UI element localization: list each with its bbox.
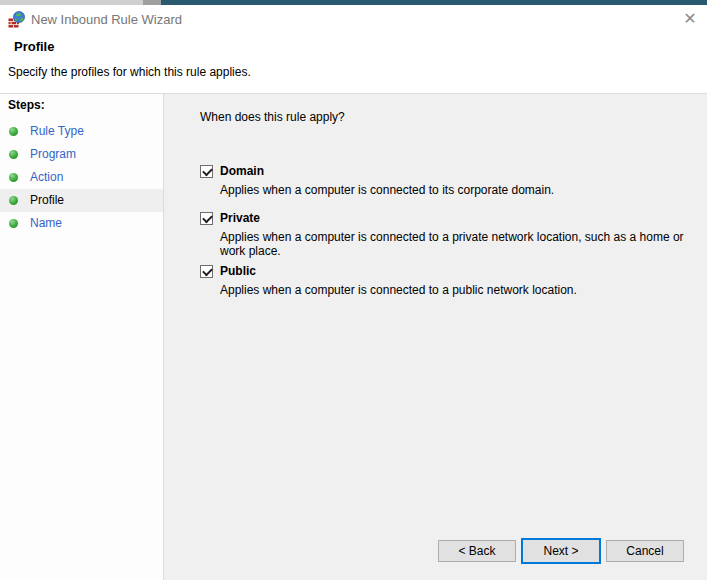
sidebar-item-action[interactable]: Action [0, 166, 163, 189]
firewall-icon [8, 11, 25, 28]
next-button[interactable]: Next > [521, 538, 601, 564]
sidebar-item-label: Rule Type [30, 124, 84, 138]
back-button[interactable]: < Back [438, 540, 516, 562]
sidebar-item-profile[interactable]: Profile [0, 189, 163, 212]
private-description: Applies when a computer is connected to … [220, 230, 692, 258]
close-icon[interactable]: ✕ [679, 8, 701, 30]
domain-checkbox[interactable] [200, 165, 213, 178]
page-subtitle: Specify the profiles for which this rule… [8, 65, 251, 79]
domain-description: Applies when a computer is connected to … [220, 183, 692, 197]
sidebar-item-label: Name [30, 216, 62, 230]
cancel-button[interactable]: Cancel [606, 540, 684, 562]
wizard-header: Profile Specify the profiles for which t… [0, 33, 707, 93]
step-bullet-icon [9, 196, 18, 205]
public-checkbox[interactable] [200, 265, 213, 278]
domain-checkbox-label[interactable]: Domain [220, 164, 264, 178]
public-checkbox-label[interactable]: Public [220, 264, 256, 278]
sidebar-item-label: Action [30, 170, 63, 184]
sidebar-item-label: Profile [30, 193, 64, 207]
sidebar-item-name[interactable]: Name [0, 212, 163, 235]
private-checkbox[interactable] [200, 212, 213, 225]
title-bar: New Inbound Rule Wizard ✕ [0, 5, 707, 33]
step-bullet-icon [9, 127, 18, 136]
public-description: Applies when a computer is connected to … [220, 283, 692, 297]
page-title: Profile [14, 39, 54, 54]
rule-apply-question: When does this rule apply? [200, 110, 345, 124]
window-title: New Inbound Rule Wizard [31, 12, 182, 27]
sidebar-item-rule-type[interactable]: Rule Type [0, 120, 163, 143]
main-pane: When does this rule apply? Domain Applie… [164, 94, 707, 580]
step-bullet-icon [9, 173, 18, 182]
steps-list: Rule Type Program Action Profile Name [0, 120, 163, 235]
sidebar-item-label: Program [30, 147, 76, 161]
step-bullet-icon [9, 150, 18, 159]
private-checkbox-label[interactable]: Private [220, 211, 260, 225]
steps-heading: Steps: [8, 98, 45, 112]
sidebar-item-program[interactable]: Program [0, 143, 163, 166]
steps-sidebar: Steps: Rule Type Program Action Profile … [0, 94, 163, 580]
step-bullet-icon [9, 219, 18, 228]
